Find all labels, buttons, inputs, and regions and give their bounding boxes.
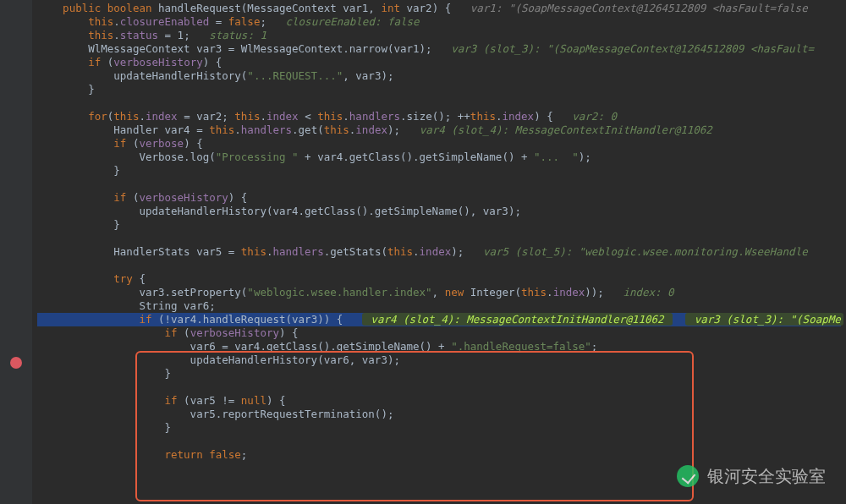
code-line[interactable]: } — [37, 83, 841, 96]
code-token: index: 0 — [623, 286, 673, 299]
code-token: "weblogic.wsee.handler.index" — [247, 286, 431, 299]
code-line[interactable] — [37, 259, 841, 272]
code-line[interactable] — [37, 96, 841, 110]
code-token: new — [445, 286, 464, 299]
code-token: ) { — [266, 394, 286, 407]
code-token: boolean — [107, 2, 152, 14]
code-token: var1: "(SoapMessageContext@1264512809 <h… — [470, 2, 808, 14]
code-line[interactable]: this.closureEnabled = false; closureEnab… — [37, 15, 841, 29]
code-token: ) { — [184, 137, 203, 150]
code-token: index — [420, 245, 452, 258]
code-token: String var6; — [37, 299, 216, 312]
code-token: var6 = var4.getClass().getSimpleName() + — [37, 340, 451, 353]
code-line[interactable]: this.status = 1; status: 1 — [37, 29, 841, 42]
code-line[interactable]: } — [37, 367, 841, 381]
code-token: this — [324, 123, 349, 136]
code-line[interactable]: return false; — [37, 448, 841, 462]
code-token: this — [88, 15, 113, 28]
code-line[interactable]: var6 = var4.getClass().getSimpleName() +… — [37, 340, 841, 353]
code-line[interactable]: if (verboseHistory) { — [37, 326, 841, 340]
code-token: } — [37, 164, 120, 177]
code-token: .get( — [292, 123, 324, 136]
code-line[interactable]: public boolean handleRequest(MessageCont… — [37, 2, 841, 15]
code-token: var3 (slot_3): "(SoapMessageContext@1264… — [451, 42, 814, 55]
code-token: } — [37, 218, 120, 231]
code-line[interactable] — [37, 232, 841, 245]
code-line[interactable]: if (verboseHistory) { — [37, 191, 841, 205]
code-line[interactable]: } — [37, 164, 841, 178]
code-line[interactable]: if (verboseHistory) { — [37, 56, 841, 69]
code-token: , var3); — [343, 69, 393, 82]
code-token: Integer( — [464, 286, 521, 299]
code-editor-area[interactable]: public boolean handleRequest(MessageCont… — [32, 0, 846, 463]
code-line[interactable]: var3.setProperty("weblogic.wsee.handler.… — [37, 286, 841, 299]
code-token — [673, 313, 685, 326]
code-token: this — [113, 110, 139, 123]
code-token: ) { — [203, 56, 222, 68]
code-token — [37, 2, 63, 14]
code-token: .getStats( — [324, 245, 387, 258]
code-token: if — [113, 191, 126, 204]
code-token: . — [260, 110, 266, 123]
watermark-badge: 银河安全实验室 — [677, 465, 826, 487]
code-token: index — [503, 110, 535, 123]
code-token: ) { — [228, 191, 248, 204]
code-token — [37, 110, 88, 123]
code-line[interactable]: if (var5 != null) { — [37, 394, 841, 408]
code-line[interactable]: var5.reportRequestTermination(); — [37, 408, 841, 421]
code-token: . — [496, 110, 503, 123]
code-line[interactable]: HandlerStats var5 = this.handlers.getSta… — [37, 245, 841, 259]
code-token: this — [521, 286, 547, 299]
code-token: this — [241, 245, 266, 258]
code-line[interactable]: WlMessageContext var3 = WlMessageContext… — [37, 42, 841, 56]
code-line[interactable]: if (verbose) { — [37, 137, 841, 151]
breakpoint-icon[interactable] — [10, 357, 22, 369]
code-token — [37, 15, 88, 28]
code-token: ; — [260, 15, 285, 28]
code-line[interactable]: try { — [37, 272, 841, 286]
code-token: this — [470, 110, 496, 123]
code-line[interactable]: for(this.index = var2; this.index < this… — [37, 110, 841, 123]
code-token: for — [88, 110, 107, 123]
code-line[interactable] — [37, 178, 841, 191]
code-token: if — [165, 326, 178, 339]
code-token: handlers — [349, 110, 400, 123]
code-line[interactable]: } — [37, 218, 841, 232]
code-token: var4 (slot_4): MessageContextInitHandler… — [420, 123, 712, 136]
code-token: (var1); — [387, 42, 451, 55]
watermark-text: 银河安全实验室 — [707, 469, 826, 483]
code-token: ( — [101, 56, 113, 68]
code-line[interactable]: updateHandlerHistory("...REQUEST...", va… — [37, 69, 841, 83]
code-token — [37, 29, 88, 41]
code-token: index — [146, 110, 178, 123]
code-token: var2) { — [400, 2, 470, 14]
code-token: closureEnabled — [120, 15, 209, 28]
code-token: ; — [241, 448, 248, 461]
code-token: ); — [579, 151, 591, 163]
code-line[interactable]: Verbose.log("Processing " + var4.getClas… — [37, 151, 841, 164]
code-line[interactable]: String var6; — [37, 299, 841, 313]
code-line[interactable]: updateHandlerHistory(var6, var3); — [37, 353, 841, 367]
code-line[interactable] — [37, 381, 841, 394]
code-token — [37, 326, 165, 339]
code-token: ) { — [534, 110, 572, 123]
code-token: } — [37, 421, 171, 434]
code-token: handlers — [241, 123, 292, 136]
code-token: , — [432, 286, 445, 299]
code-token: log — [190, 151, 210, 163]
code-line[interactable]: updateHandlerHistory(var4.getClass().get… — [37, 205, 841, 218]
code-line[interactable]: Handler var4 = this.handlers.get(this.in… — [37, 123, 841, 137]
code-token: try — [113, 272, 133, 285]
code-line[interactable]: } — [37, 421, 841, 435]
code-token: verboseHistory — [139, 191, 228, 204]
code-line[interactable]: if (!var4.handleRequest(var3)) { var4 (s… — [37, 313, 841, 326]
code-token — [37, 272, 113, 285]
code-token: . — [139, 110, 146, 123]
code-token — [37, 191, 113, 204]
code-line[interactable] — [37, 435, 841, 448]
code-token: if — [139, 313, 151, 326]
code-token: ( — [178, 326, 190, 339]
editor-gutter[interactable] — [0, 0, 32, 504]
wechat-icon — [677, 465, 699, 487]
code-token: verbose — [139, 137, 184, 150]
